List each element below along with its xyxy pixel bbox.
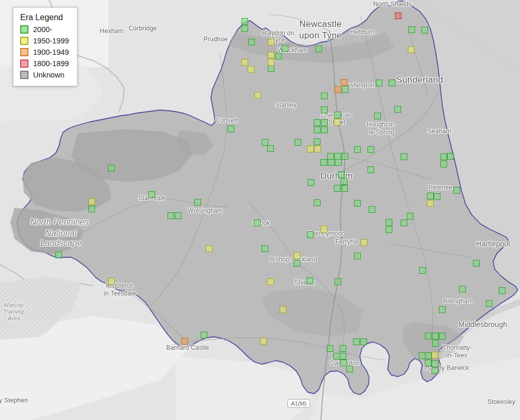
era-marker[interactable] — [334, 112, 341, 118]
era-marker[interactable] — [268, 59, 274, 66]
era-marker[interactable] — [427, 193, 434, 199]
era-marker[interactable] — [342, 153, 348, 160]
era-marker[interactable] — [194, 199, 201, 206]
era-marker[interactable] — [206, 245, 212, 252]
era-marker[interactable] — [294, 252, 300, 259]
era-marker[interactable] — [307, 146, 314, 152]
era-marker[interactable] — [334, 185, 341, 192]
era-marker[interactable] — [338, 172, 345, 178]
era-marker[interactable] — [434, 193, 440, 200]
era-marker[interactable] — [268, 65, 274, 72]
era-marker[interactable] — [148, 191, 155, 198]
era-marker[interactable] — [440, 161, 447, 167]
era-marker[interactable] — [88, 206, 95, 212]
era-marker[interactable] — [108, 278, 115, 285]
era-marker[interactable] — [267, 145, 274, 152]
era-marker[interactable] — [260, 338, 267, 345]
era-marker[interactable] — [360, 338, 367, 345]
era-marker[interactable] — [408, 26, 415, 33]
era-marker[interactable] — [354, 146, 361, 153]
era-marker[interactable] — [368, 146, 374, 153]
era-marker[interactable] — [267, 278, 274, 285]
era-marker[interactable] — [55, 252, 62, 258]
era-marker[interactable] — [321, 92, 328, 99]
era-marker[interactable] — [334, 86, 341, 93]
era-marker[interactable] — [425, 360, 432, 366]
era-marker[interactable] — [314, 119, 320, 126]
era-marker[interactable] — [321, 127, 328, 133]
map-canvas[interactable]: Newcastleupon TyneSunderlandDurhamHartle… — [0, 0, 520, 420]
era-marker[interactable] — [307, 231, 314, 238]
era-marker[interactable] — [295, 139, 301, 146]
era-marker[interactable] — [340, 345, 346, 352]
era-marker[interactable] — [314, 146, 321, 152]
era-marker[interactable] — [341, 178, 347, 185]
era-marker[interactable] — [334, 278, 341, 285]
era-marker[interactable] — [262, 245, 268, 252]
era-marker[interactable] — [248, 39, 255, 45]
era-marker[interactable] — [201, 332, 207, 338]
era-marker[interactable] — [486, 300, 493, 307]
era-marker[interactable] — [440, 153, 447, 160]
era-marker[interactable] — [354, 253, 361, 259]
era-marker[interactable] — [280, 306, 286, 313]
era-marker[interactable] — [108, 165, 115, 172]
era-marker[interactable] — [227, 126, 234, 132]
era-marker[interactable] — [308, 179, 314, 186]
era-marker[interactable] — [268, 39, 274, 45]
era-marker[interactable] — [432, 352, 438, 359]
era-marker[interactable] — [447, 153, 454, 160]
era-marker[interactable] — [254, 220, 261, 226]
era-marker[interactable] — [181, 338, 188, 345]
era-marker[interactable] — [374, 113, 381, 119]
era-marker[interactable] — [307, 277, 313, 284]
era-marker[interactable] — [394, 106, 401, 113]
era-marker[interactable] — [327, 345, 333, 352]
era-marker[interactable] — [254, 92, 261, 99]
era-marker[interactable] — [432, 360, 438, 367]
era-marker[interactable] — [321, 106, 328, 113]
era-marker[interactable] — [473, 260, 480, 267]
era-marker[interactable] — [432, 333, 439, 339]
era-marker[interactable] — [314, 127, 320, 133]
era-marker[interactable] — [368, 166, 374, 173]
era-marker[interactable] — [175, 212, 181, 219]
era-marker[interactable] — [432, 340, 439, 347]
era-marker[interactable] — [167, 212, 174, 219]
era-marker[interactable] — [432, 367, 438, 374]
era-marker[interactable] — [340, 353, 346, 360]
era-marker[interactable] — [321, 119, 328, 126]
era-marker[interactable] — [342, 86, 348, 93]
era-marker[interactable] — [427, 200, 434, 207]
era-marker[interactable] — [241, 59, 248, 66]
era-marker[interactable] — [334, 119, 341, 126]
era-marker[interactable] — [328, 159, 334, 166]
era-marker[interactable] — [341, 79, 347, 86]
era-marker[interactable] — [439, 333, 446, 339]
era-marker[interactable] — [459, 286, 466, 292]
era-marker[interactable] — [369, 206, 375, 213]
era-marker[interactable] — [241, 25, 248, 32]
era-marker[interactable] — [386, 219, 392, 226]
era-marker[interactable] — [354, 200, 361, 207]
era-marker[interactable] — [88, 198, 95, 205]
era-marker[interactable] — [361, 239, 368, 246]
era-marker[interactable] — [335, 159, 342, 166]
era-marker[interactable] — [268, 52, 274, 58]
era-marker[interactable] — [395, 12, 402, 19]
era-marker[interactable] — [346, 366, 353, 372]
era-marker[interactable] — [282, 45, 288, 52]
era-marker[interactable] — [353, 338, 360, 345]
era-marker[interactable] — [294, 260, 300, 267]
era-marker[interactable] — [386, 226, 392, 233]
era-marker[interactable] — [425, 333, 432, 339]
era-marker[interactable] — [376, 80, 383, 86]
era-marker[interactable] — [421, 27, 428, 34]
era-marker[interactable] — [241, 18, 248, 25]
era-marker[interactable] — [439, 306, 446, 313]
era-marker[interactable] — [407, 213, 414, 220]
era-marker[interactable] — [401, 220, 407, 226]
era-marker[interactable] — [499, 287, 506, 294]
era-marker[interactable] — [320, 226, 327, 232]
era-marker[interactable] — [453, 187, 460, 194]
